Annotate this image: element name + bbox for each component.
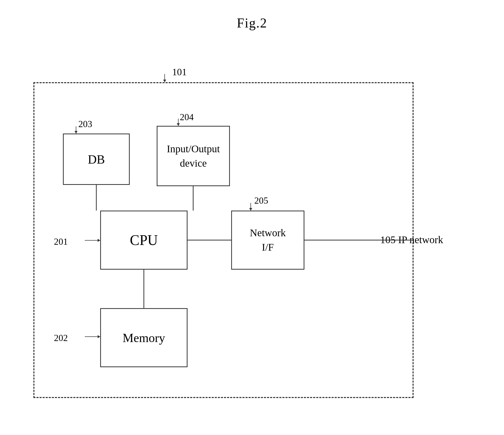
arrow-202-line bbox=[85, 336, 100, 337]
arrow-101 bbox=[164, 74, 165, 82]
io-label: Input/Outputdevice bbox=[167, 142, 220, 171]
label-202: 202 bbox=[54, 333, 68, 343]
network-if-label: NetworkI/F bbox=[250, 226, 286, 254]
arrow-205 bbox=[250, 203, 251, 211]
figure-title: Fig.2 bbox=[237, 15, 267, 31]
label-205: 205 bbox=[254, 195, 268, 206]
ip-network-label: 105 IP network bbox=[380, 234, 443, 246]
label-204: 204 bbox=[180, 112, 194, 122]
arrow-203 bbox=[76, 126, 76, 134]
arrow-204 bbox=[178, 119, 179, 126]
cpu-label: CPU bbox=[130, 232, 158, 248]
diagram: Fig.2 101 203 DB 204 Input/Outputdevice … bbox=[0, 0, 504, 435]
cpu-box: CPU bbox=[100, 211, 188, 270]
label-203: 203 bbox=[78, 119, 92, 129]
memory-box: Memory bbox=[100, 308, 188, 367]
io-box: Input/Outputdevice bbox=[157, 126, 230, 186]
db-box: DB bbox=[63, 134, 130, 185]
arrow-201-line bbox=[85, 240, 100, 241]
db-label: DB bbox=[88, 152, 105, 166]
network-if-box: NetworkI/F bbox=[231, 211, 304, 270]
memory-label: Memory bbox=[123, 331, 165, 345]
label-101: 101 bbox=[172, 66, 187, 78]
label-201: 201 bbox=[54, 236, 68, 247]
